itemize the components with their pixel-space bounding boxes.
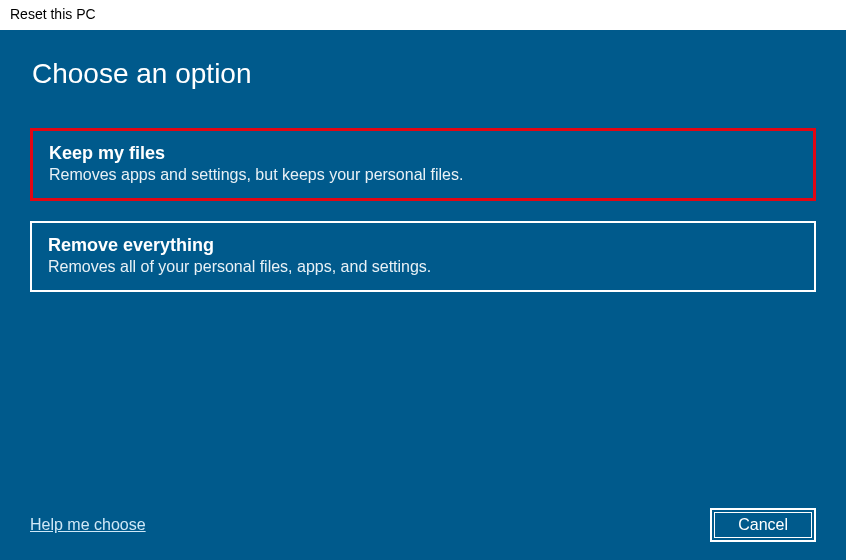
- option-remove-everything[interactable]: Remove everything Removes all of your pe…: [30, 221, 816, 292]
- window-title: Reset this PC: [10, 6, 96, 22]
- footer: Help me choose Cancel: [30, 508, 816, 542]
- help-me-choose-link[interactable]: Help me choose: [30, 516, 146, 534]
- content-area: Choose an option Keep my files Removes a…: [0, 30, 846, 560]
- cancel-button[interactable]: Cancel: [710, 508, 816, 542]
- reset-pc-window: Reset this PC Choose an option Keep my f…: [0, 0, 846, 560]
- options-list: Keep my files Removes apps and settings,…: [30, 128, 816, 292]
- option-description: Removes all of your personal files, apps…: [48, 258, 798, 276]
- option-description: Removes apps and settings, but keeps you…: [49, 166, 797, 184]
- option-title: Keep my files: [49, 143, 797, 164]
- option-title: Remove everything: [48, 235, 798, 256]
- option-keep-my-files[interactable]: Keep my files Removes apps and settings,…: [30, 128, 816, 201]
- page-heading: Choose an option: [32, 58, 816, 90]
- window-titlebar: Reset this PC: [0, 0, 846, 30]
